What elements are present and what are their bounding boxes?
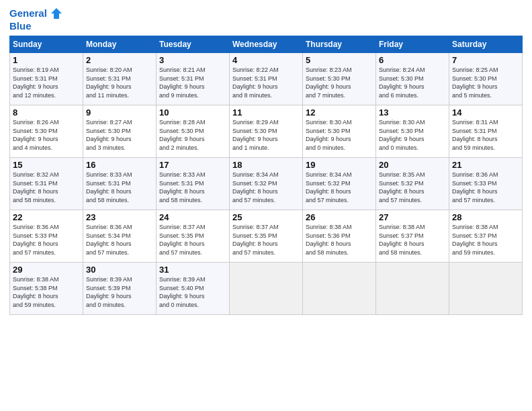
calendar-week-1: 1Sunrise: 8:19 AM Sunset: 5:31 PM Daylig… <box>10 53 523 105</box>
day-info: Sunrise: 8:36 AM Sunset: 5:34 PM Dayligh… <box>86 223 153 257</box>
day-number: 24 <box>159 212 226 222</box>
day-number: 7 <box>452 55 519 65</box>
logo-arrow-icon <box>50 7 63 20</box>
day-number: 15 <box>13 160 80 170</box>
calendar-cell: 2Sunrise: 8:20 AM Sunset: 5:31 PM Daylig… <box>83 53 157 105</box>
calendar-cell: 5Sunrise: 8:23 AM Sunset: 5:30 PM Daylig… <box>303 53 376 105</box>
day-info: Sunrise: 8:39 AM Sunset: 5:39 PM Dayligh… <box>86 275 153 309</box>
day-info: Sunrise: 8:30 AM Sunset: 5:30 PM Dayligh… <box>379 118 446 152</box>
calendar-cell: 19Sunrise: 8:34 AM Sunset: 5:32 PM Dayli… <box>303 158 376 210</box>
day-info: Sunrise: 8:21 AM Sunset: 5:31 PM Dayligh… <box>159 66 226 99</box>
calendar-cell <box>303 263 376 315</box>
logo-general: General <box>9 8 47 19</box>
calendar-cell: 13Sunrise: 8:30 AM Sunset: 5:30 PM Dayli… <box>376 105 449 158</box>
calendar-cell: 26Sunrise: 8:38 AM Sunset: 5:36 PM Dayli… <box>303 210 376 263</box>
calendar-cell: 14Sunrise: 8:31 AM Sunset: 5:31 PM Dayli… <box>449 105 523 158</box>
day-info: Sunrise: 8:20 AM Sunset: 5:31 PM Dayligh… <box>86 66 153 99</box>
calendar-table: SundayMondayTuesdayWednesdayThursdayFrid… <box>9 36 523 315</box>
calendar-cell: 23Sunrise: 8:36 AM Sunset: 5:34 PM Dayli… <box>83 210 157 263</box>
day-number: 23 <box>86 212 153 222</box>
day-number: 22 <box>13 212 80 222</box>
calendar-cell: 4Sunrise: 8:22 AM Sunset: 5:31 PM Daylig… <box>230 53 303 105</box>
calendar-week-2: 8Sunrise: 8:26 AM Sunset: 5:30 PM Daylig… <box>10 105 523 158</box>
day-info: Sunrise: 8:38 AM Sunset: 5:38 PM Dayligh… <box>13 275 80 309</box>
day-info: Sunrise: 8:32 AM Sunset: 5:31 PM Dayligh… <box>13 171 80 204</box>
day-info: Sunrise: 8:35 AM Sunset: 5:32 PM Dayligh… <box>379 171 446 204</box>
day-number: 9 <box>86 107 153 118</box>
day-info: Sunrise: 8:38 AM Sunset: 5:36 PM Dayligh… <box>306 223 373 257</box>
day-number: 31 <box>159 265 226 275</box>
day-number: 19 <box>306 160 373 170</box>
day-info: Sunrise: 8:31 AM Sunset: 5:31 PM Dayligh… <box>452 118 519 152</box>
day-info: Sunrise: 8:37 AM Sunset: 5:35 PM Dayligh… <box>232 223 300 257</box>
day-info: Sunrise: 8:29 AM Sunset: 5:30 PM Dayligh… <box>232 118 300 152</box>
day-info: Sunrise: 8:36 AM Sunset: 5:33 PM Dayligh… <box>13 223 80 257</box>
day-info: Sunrise: 8:30 AM Sunset: 5:30 PM Dayligh… <box>306 118 373 152</box>
day-number: 5 <box>306 55 373 65</box>
day-number: 25 <box>232 212 300 222</box>
col-header-thursday: Thursday <box>303 36 376 53</box>
day-number: 10 <box>159 107 226 118</box>
calendar-cell: 27Sunrise: 8:38 AM Sunset: 5:37 PM Dayli… <box>376 210 449 263</box>
calendar-cell: 1Sunrise: 8:19 AM Sunset: 5:31 PM Daylig… <box>10 53 83 105</box>
calendar-cell <box>230 263 303 315</box>
calendar-cell: 11Sunrise: 8:29 AM Sunset: 5:30 PM Dayli… <box>230 105 303 158</box>
day-info: Sunrise: 8:19 AM Sunset: 5:31 PM Dayligh… <box>13 66 80 99</box>
day-number: 28 <box>452 212 519 222</box>
day-info: Sunrise: 8:39 AM Sunset: 5:40 PM Dayligh… <box>159 275 226 309</box>
calendar-body: 1Sunrise: 8:19 AM Sunset: 5:31 PM Daylig… <box>10 53 523 315</box>
day-info: Sunrise: 8:38 AM Sunset: 5:37 PM Dayligh… <box>452 223 519 257</box>
calendar-cell: 30Sunrise: 8:39 AM Sunset: 5:39 PM Dayli… <box>83 263 157 315</box>
day-number: 17 <box>159 160 226 170</box>
calendar-cell: 21Sunrise: 8:36 AM Sunset: 5:33 PM Dayli… <box>449 158 523 210</box>
day-info: Sunrise: 8:36 AM Sunset: 5:33 PM Dayligh… <box>452 171 519 204</box>
day-info: Sunrise: 8:34 AM Sunset: 5:32 PM Dayligh… <box>306 171 373 204</box>
day-info: Sunrise: 8:22 AM Sunset: 5:31 PM Dayligh… <box>232 66 300 99</box>
col-header-sunday: Sunday <box>10 36 83 53</box>
col-header-tuesday: Tuesday <box>157 36 230 53</box>
calendar-cell: 22Sunrise: 8:36 AM Sunset: 5:33 PM Dayli… <box>10 210 83 263</box>
calendar-cell <box>376 263 449 315</box>
logo-text-block: General Blue <box>9 7 63 32</box>
logo-blue: Blue <box>9 20 32 32</box>
header: General Blue <box>9 7 523 32</box>
calendar-week-5: 29Sunrise: 8:38 AM Sunset: 5:38 PM Dayli… <box>10 263 523 315</box>
day-info: Sunrise: 8:24 AM Sunset: 5:30 PM Dayligh… <box>379 66 446 99</box>
calendar-cell: 15Sunrise: 8:32 AM Sunset: 5:31 PM Dayli… <box>10 158 83 210</box>
logo: General Blue <box>9 7 63 32</box>
calendar-cell: 16Sunrise: 8:33 AM Sunset: 5:31 PM Dayli… <box>83 158 157 210</box>
calendar-cell: 9Sunrise: 8:27 AM Sunset: 5:30 PM Daylig… <box>83 105 157 158</box>
day-number: 18 <box>232 160 300 170</box>
col-header-friday: Friday <box>376 36 449 53</box>
calendar-cell: 7Sunrise: 8:25 AM Sunset: 5:30 PM Daylig… <box>449 53 523 105</box>
calendar-header-row: SundayMondayTuesdayWednesdayThursdayFrid… <box>10 36 523 53</box>
calendar-cell: 20Sunrise: 8:35 AM Sunset: 5:32 PM Dayli… <box>376 158 449 210</box>
calendar-cell: 25Sunrise: 8:37 AM Sunset: 5:35 PM Dayli… <box>230 210 303 263</box>
calendar-cell: 17Sunrise: 8:33 AM Sunset: 5:31 PM Dayli… <box>157 158 230 210</box>
day-info: Sunrise: 8:33 AM Sunset: 5:31 PM Dayligh… <box>86 171 153 204</box>
day-info: Sunrise: 8:25 AM Sunset: 5:30 PM Dayligh… <box>452 66 519 99</box>
calendar-week-3: 15Sunrise: 8:32 AM Sunset: 5:31 PM Dayli… <box>10 158 523 210</box>
day-number: 20 <box>379 160 446 170</box>
calendar-cell: 24Sunrise: 8:37 AM Sunset: 5:35 PM Dayli… <box>157 210 230 263</box>
calendar-cell: 3Sunrise: 8:21 AM Sunset: 5:31 PM Daylig… <box>157 53 230 105</box>
calendar-cell: 12Sunrise: 8:30 AM Sunset: 5:30 PM Dayli… <box>303 105 376 158</box>
day-number: 13 <box>379 107 446 118</box>
calendar-cell: 6Sunrise: 8:24 AM Sunset: 5:30 PM Daylig… <box>376 53 449 105</box>
day-info: Sunrise: 8:26 AM Sunset: 5:30 PM Dayligh… <box>13 118 80 152</box>
day-number: 12 <box>306 107 373 118</box>
day-number: 11 <box>232 107 300 118</box>
day-number: 2 <box>86 55 153 65</box>
day-info: Sunrise: 8:33 AM Sunset: 5:31 PM Dayligh… <box>159 171 226 204</box>
page-container: General Blue SundayMondayTuesdayWednesda… <box>0 0 532 320</box>
logo-line: General <box>9 7 63 20</box>
day-number: 6 <box>379 55 446 65</box>
day-number: 21 <box>452 160 519 170</box>
day-number: 14 <box>452 107 519 118</box>
calendar-week-4: 22Sunrise: 8:36 AM Sunset: 5:33 PM Dayli… <box>10 210 523 263</box>
calendar-cell: 10Sunrise: 8:28 AM Sunset: 5:30 PM Dayli… <box>157 105 230 158</box>
calendar-cell: 29Sunrise: 8:38 AM Sunset: 5:38 PM Dayli… <box>10 263 83 315</box>
calendar-cell: 28Sunrise: 8:38 AM Sunset: 5:37 PM Dayli… <box>449 210 523 263</box>
day-number: 1 <box>13 55 80 65</box>
day-number: 27 <box>379 212 446 222</box>
